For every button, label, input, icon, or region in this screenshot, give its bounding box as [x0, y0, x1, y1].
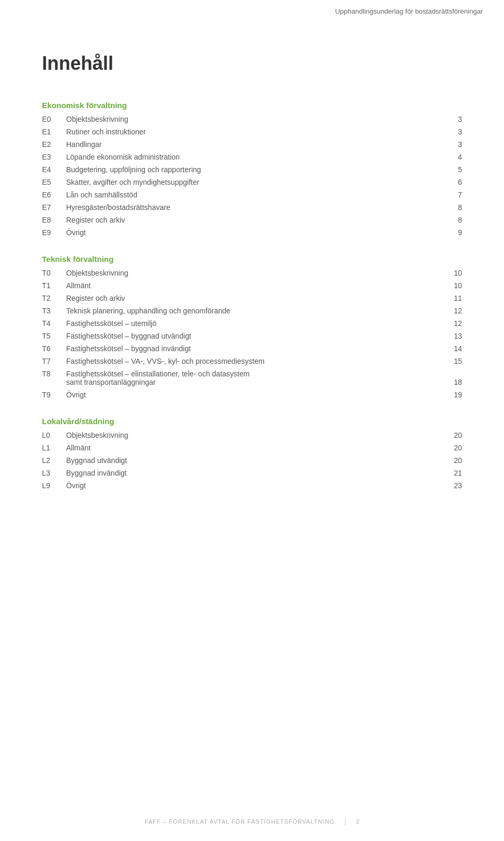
toc-page-1-4: 12 [446, 319, 462, 328]
toc-page-0-8: 8 [446, 216, 462, 224]
toc-code-1-9: T9 [42, 391, 58, 399]
toc-code-1-3: T3 [42, 307, 58, 315]
toc-label-2-2: Byggnad utvändigt [66, 456, 127, 465]
toc-label-2-1: Allmänt [66, 444, 91, 452]
toc-row-1-8: T8Fastighetsskötsel – elinstallationer, … [42, 367, 462, 388]
toc-label-0-2: Handlingar [66, 140, 102, 149]
toc-row-2-2: L2Byggnad utvändigt20 [42, 454, 462, 467]
toc-page-2-2: 20 [446, 456, 462, 465]
section-heading-1: Teknisk förvaltning [42, 255, 462, 264]
toc-page-2-1: 20 [446, 444, 462, 452]
toc-label-1-8: Fastighetsskötsel – elinstallationer, te… [66, 370, 249, 378]
toc-code-1-0: T0 [42, 269, 58, 277]
toc-section-2: Lokalvård/städningL0Objektsbeskrivning20… [42, 417, 462, 492]
toc-row-1-1: T1Allmänt10 [42, 279, 462, 292]
footer-divider [345, 818, 345, 825]
toc-code-1-6: T6 [42, 344, 58, 353]
toc-code-0-3: E3 [42, 153, 58, 161]
toc-page-0-7: 8 [446, 203, 462, 212]
toc-code-1-7: T7 [42, 357, 58, 365]
toc-code-0-5: E5 [42, 178, 58, 186]
toc-page-1-2: 11 [446, 294, 462, 302]
toc-page-1-7: 15 [446, 357, 462, 365]
toc-section-1: Teknisk förvaltningT0Objektsbeskrivning1… [42, 255, 462, 401]
toc-page-0-4: 5 [446, 165, 462, 174]
toc-page-1-6: 14 [446, 344, 462, 353]
toc-section-0: Ekonomisk förvaltningE0Objektsbeskrivnin… [42, 101, 462, 239]
toc-row-0-7: E7Hyresgäster/bostadsrättshavare8 [42, 201, 462, 214]
toc-page-0-5: 6 [446, 178, 462, 186]
toc-row-0-4: E4Budgetering, uppföljning och rapporter… [42, 163, 462, 176]
page-header: Upphandlingsunderlag för bostadsrättsför… [335, 7, 483, 15]
toc-page-2-0: 20 [446, 431, 462, 439]
toc-label-2-3: Byggnad invändigt [66, 469, 127, 477]
toc-code-0-6: E6 [42, 191, 58, 199]
toc-label-0-0: Objektsbeskrivning [66, 115, 128, 123]
toc-label-1-5: Fastighetsskötsel – byggnad utvändigt [66, 332, 191, 340]
page-title: Innehåll [42, 52, 462, 75]
toc-row-2-1: L1Allmänt20 [42, 441, 462, 454]
toc-label-1-1: Allmänt [66, 281, 91, 290]
toc-row-1-4: T4Fastighetsskötsel – utemiljö12 [42, 317, 462, 330]
toc-code-2-4: L9 [42, 481, 58, 490]
toc-page-1-9: 19 [446, 391, 462, 399]
toc-code-0-2: E2 [42, 140, 58, 149]
toc-row-0-2: E2Handlingar3 [42, 138, 462, 151]
toc-code-1-5: T5 [42, 332, 58, 340]
toc-code-0-0: E0 [42, 115, 58, 123]
toc-row-2-4: L9Övrigt23 [42, 479, 462, 492]
toc-label-1-0: Objektsbeskrivning [66, 269, 128, 277]
toc-code-2-2: L2 [42, 456, 58, 465]
toc-code-0-7: E7 [42, 203, 58, 212]
toc-row-1-5: T5Fastighetsskötsel – byggnad utvändigt1… [42, 330, 462, 342]
toc-page-1-8: 18 [446, 378, 462, 386]
toc-page-2-3: 21 [446, 469, 462, 477]
toc-code-0-8: E8 [42, 216, 58, 224]
toc-code-2-0: L0 [42, 431, 58, 439]
toc-page-2-4: 23 [446, 481, 462, 490]
toc-container: Ekonomisk förvaltningE0Objektsbeskrivnin… [42, 101, 462, 492]
toc-label-2-0: Objektsbeskrivning [66, 431, 128, 439]
toc-row-0-5: E5Skatter, avgifter och myndighetsuppgif… [42, 176, 462, 188]
toc-row-1-6: T6Fastighetsskötsel – byggnad invändigt1… [42, 342, 462, 355]
toc-page-1-1: 10 [446, 281, 462, 290]
toc-row-2-0: L0Objektsbeskrivning20 [42, 429, 462, 441]
toc-label-0-8: Register och arkiv [66, 216, 125, 224]
section-heading-0: Ekonomisk förvaltning [42, 101, 462, 110]
section-heading-2: Lokalvård/städning [42, 417, 462, 426]
toc-label-0-4: Budgetering, uppföljning och rapporterin… [66, 165, 201, 174]
toc-row-0-0: E0Objektsbeskrivning3 [42, 113, 462, 125]
toc-page-1-0: 10 [446, 269, 462, 277]
header-title: Upphandlingsunderlag för bostadsrättsför… [335, 7, 483, 15]
toc-page-0-1: 3 [446, 128, 462, 136]
toc-page-1-5: 13 [446, 332, 462, 340]
toc-code-0-4: E4 [42, 165, 58, 174]
toc-code-2-3: L3 [42, 469, 58, 477]
toc-code-1-4: T4 [42, 319, 58, 328]
toc-label-0-6: Lån och samhällsstöd [66, 191, 137, 199]
toc-page-0-0: 3 [446, 115, 462, 123]
toc-row-1-0: T0Objektsbeskrivning10 [42, 267, 462, 279]
toc-code-1-2: T2 [42, 294, 58, 302]
toc-label2-1-8: samt transportanläggningar [66, 378, 249, 386]
toc-row-1-2: T2Register och arkiv11 [42, 292, 462, 304]
toc-page-0-6: 7 [446, 191, 462, 199]
footer-page: 2 [356, 818, 359, 825]
toc-code-0-9: E9 [42, 228, 58, 237]
toc-label-0-1: Rutiner och instruktioner [66, 128, 146, 136]
main-content: Innehåll Ekonomisk förvaltningE0Objektsb… [0, 0, 504, 546]
toc-code-1-8: T8 [42, 370, 58, 386]
footer-text: FAFF – FÖRENKLAT AVTAL FÖR FASTIGHETSFÖR… [145, 818, 335, 825]
toc-row-0-8: E8Register och arkiv8 [42, 214, 462, 226]
toc-label-1-7: Fastighetsskötsel – VA-, VVS-, kyl- och … [66, 357, 265, 365]
toc-row-0-9: E9Övrigt9 [42, 226, 462, 239]
toc-page-1-3: 12 [446, 307, 462, 315]
toc-label-0-9: Övrigt [66, 228, 86, 237]
toc-label-1-4: Fastighetsskötsel – utemiljö [66, 319, 156, 328]
toc-row-0-3: E3Löpande ekonomisk administration4 [42, 151, 462, 163]
toc-label-0-5: Skatter, avgifter och myndighetsuppgifte… [66, 178, 200, 186]
toc-page-0-9: 9 [446, 228, 462, 237]
toc-code-0-1: E1 [42, 128, 58, 136]
toc-page-0-3: 4 [446, 153, 462, 161]
toc-code-1-1: T1 [42, 281, 58, 290]
